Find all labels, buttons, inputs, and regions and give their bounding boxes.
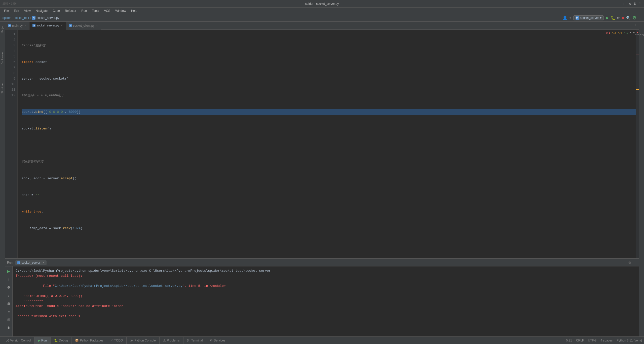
tab-socket-client-py-close[interactable]: ✕ [96,24,98,27]
status-tab-run[interactable]: ▶ Run [34,337,51,344]
output-file-prefix: File " [39,284,55,288]
run-trash-button[interactable]: 🗑 [6,325,12,330]
run-config-selector[interactable]: py socket_server ▾ [573,15,604,20]
file-icon: py [32,16,35,20]
code-line-2: import socket [22,59,636,65]
project-panel-label[interactable]: Project [1,23,4,35]
user-icon[interactable]: 👤 [562,15,567,20]
run-print-button[interactable]: 🖶 [6,301,12,306]
left-sidebar: Project Bookmarks Structure [0,22,5,336]
run-config-icon: py [576,16,579,20]
menu-refactor[interactable]: Refactor [63,9,78,13]
cursor-position[interactable]: 5:31 [566,339,572,342]
run-minimize-icon[interactable]: — [633,261,637,265]
expand-editor-button[interactable]: ⊞ [638,16,641,20]
code-content[interactable]: #socket服务端 import socket server = socket… [18,30,636,258]
menu-code[interactable]: Code [51,9,62,13]
code-editor: 1 2 3 4 5 6 7 8 9 10 11 12 #socket服务端 im… [5,30,639,258]
nav-arrow: ▾ [570,16,571,20]
breadcrumb-filename[interactable]: socket_server.py [36,16,59,20]
tabs-more-button[interactable]: ⋮ [632,24,639,27]
settings-button[interactable]: ⚙ [632,15,636,21]
search-button[interactable]: 🔍 [626,16,630,20]
breadcrumb-file: py socket_server.py [32,16,59,20]
run-layout-button[interactable]: ⊞ [6,317,12,322]
tab-socket-server-py[interactable]: py socket_server.py ✕ [29,22,66,30]
debug-button[interactable]: 🐛 [611,16,615,20]
menu-run[interactable]: Run [79,9,89,13]
output-file-path[interactable]: C:\Users\Jack\PycharmProjects\spider\soc… [55,284,182,288]
tab-socket-server-py-close[interactable]: ✕ [61,24,63,27]
output-line-attribute-error: AttributeError: module 'socket' has no a… [16,304,636,309]
menu-file[interactable]: File [2,9,11,13]
run-tab-name: socket_server [21,261,40,264]
python-packages-icon: 📦 [75,339,79,342]
run-stop-button[interactable]: ⚙ [6,285,12,290]
status-tab-python-packages[interactable]: 📦 Python Packages [71,337,107,344]
line-ending[interactable]: CRLF [576,339,584,342]
title-bar: 644 × 344 spider - socket_server.py ⊡ … [0,0,644,8]
run-rerun-button[interactable]: ▶ [6,268,12,274]
dimensions-label: 644 × 344 [3,2,17,5]
run-tab-socket-server[interactable]: py socket_server ✕ [15,260,47,265]
run-sort-button[interactable]: ≡ [6,309,12,314]
expand-icon[interactable]: ⌃ [638,2,641,6]
breadcrumb-folder[interactable]: socket_test [14,16,29,20]
status-tab-python-packages-label: Python Packages [80,339,103,342]
notifications-sidebar: Notifications [639,22,644,336]
output-line-empty [16,309,636,314]
menu-tools[interactable]: Tools [90,9,101,13]
status-right: 5:31 CRLF UTF-8 4 spaces Python 3.11 (ve… [566,339,642,342]
stripe-warn-line11 [636,89,639,90]
menu-navigate[interactable]: Navigate [34,9,50,13]
warning-badge: △ 2 [612,31,616,35]
python-interpreter[interactable]: Python 3.11 (venv) [617,339,642,342]
close-icon[interactable]: ✕ [628,2,631,6]
menu-vcs[interactable]: VCS [102,9,112,13]
status-tab-problems[interactable]: ⚠ Problems [160,337,183,344]
bottom-panel: Run: py socket_server ✕ ⚙ — ▶ ↑ ⚙ ↓ 🖶 [5,258,639,336]
menu-help[interactable]: Help [129,9,139,13]
run-button[interactable]: ▶ [606,15,609,20]
run-coverage-button[interactable]: ⟳ [617,16,620,20]
tab-main-py-close[interactable]: ✕ [24,24,26,27]
run-tab-close[interactable]: ✕ [42,261,45,264]
status-tab-services[interactable]: ⚙ Services [206,337,229,344]
run-settings-icon[interactable]: ⚙ [628,261,631,265]
stripe-error-line5 [636,54,639,54]
status-tab-version-control[interactable]: ⎇ Version Control [2,337,34,344]
bookmarks-panel-label[interactable]: Bookmarks [1,50,4,66]
output-line-carets: ^^^^^^^^^^ [16,299,636,304]
stop-button[interactable]: ■ [622,16,624,20]
download-icon[interactable]: ⬇ [633,2,636,6]
nav-right: 👤 ▾ py socket_server ▾ ▶ 🐛 ⟳ ■ 🔍 ⚙ ⊞ [562,15,641,21]
menu-window[interactable]: Window [113,9,128,13]
python-console-icon: ≫ [130,339,133,342]
status-tab-python-console[interactable]: ≫ Python Console [127,337,160,344]
run-scroll-up-button[interactable]: ↑ [6,277,12,282]
code-line-7 [22,143,636,148]
breadcrumb-project[interactable]: spider [3,16,11,20]
editor-container: py main.py ✕ py socket_server.py ✕ py so… [5,22,639,336]
status-tab-debug[interactable]: 🐛 Debug [51,337,71,344]
menu-view[interactable]: View [22,9,33,13]
run-scroll-down-button[interactable]: ↓ [6,293,12,298]
structure-panel-label[interactable]: Structure [1,81,4,96]
services-icon: ⚙ [210,339,213,342]
run-label: Run: [7,261,13,264]
tab-socket-client-py-icon: py [69,24,72,27]
status-tab-todo[interactable]: ✓ TODO [107,337,127,344]
tab-main-py[interactable]: py main.py ✕ [5,22,29,30]
menu-edit[interactable]: Edit [12,9,21,13]
terminal-icon: $_ [187,339,190,342]
status-tab-services-label: Services [214,339,225,342]
file-encoding[interactable]: UTF-8 [588,339,596,342]
output-line-traceback: Traceback (most recent call last): [16,273,636,279]
breadcrumb-sep2: › [30,16,31,20]
output-file-suffix: ", line 5, in <module> [182,284,226,288]
chevron-up-icon[interactable]: ∧ [629,31,631,35]
status-tab-terminal[interactable]: $_ Terminal [183,337,207,344]
restore-icon[interactable]: ⊡ [623,2,626,6]
tab-socket-client-py[interactable]: py socket_client.py ✕ [66,22,101,30]
indent-setting[interactable]: 4 spaces [600,339,613,342]
